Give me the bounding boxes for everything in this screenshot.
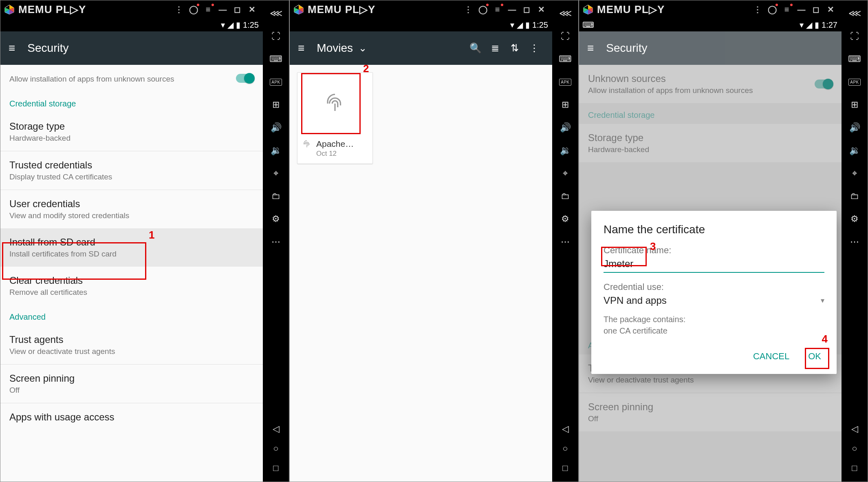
ok-button[interactable]: OK — [805, 347, 824, 366]
account-icon[interactable]: ◯ — [765, 2, 780, 17]
setting-apps-usage-access[interactable]: Apps with usage access — [0, 403, 263, 431]
add-window-icon[interactable]: ⊞ — [555, 95, 575, 115]
setting-unknown-sources[interactable]: Allow installation of apps from unknown … — [0, 65, 263, 92]
folder-icon[interactable]: 🗀 — [845, 186, 864, 206]
folder-icon[interactable]: 🗀 — [266, 186, 286, 206]
unknown-sources-toggle[interactable] — [236, 74, 254, 83]
volume-up-icon[interactable]: 🔊 — [266, 118, 286, 137]
fullscreen-icon[interactable]: ⛶ — [266, 27, 286, 46]
settings-list[interactable]: Allow installation of apps from unknown … — [0, 65, 263, 482]
credential-use-select[interactable]: VPN and apps ▾ — [604, 295, 824, 306]
add-window-icon[interactable]: ⊞ — [266, 95, 286, 115]
gear-icon[interactable]: ⚙ — [266, 209, 286, 229]
setting-storage-type[interactable]: Storage type Hardware-backed — [0, 113, 263, 151]
kebab-icon[interactable]: ⋮ — [461, 2, 476, 17]
recents-key-icon[interactable]: □ — [848, 462, 861, 474]
minimize-icon[interactable]: — — [505, 2, 520, 17]
recents-key-icon[interactable]: □ — [270, 462, 282, 474]
folder-icon[interactable]: 🗀 — [555, 186, 575, 206]
close-icon[interactable]: ✕ — [824, 2, 838, 17]
location-icon[interactable]: ⌖ — [266, 164, 286, 183]
home-key-icon[interactable]: ○ — [270, 442, 282, 455]
hamburger-icon[interactable]: ≡ — [9, 42, 15, 55]
menu-lines-icon[interactable]: ≡ — [780, 2, 794, 17]
collapse-sidebar-icon[interactable]: ⋘ — [845, 4, 864, 23]
add-window-icon[interactable]: ⊞ — [845, 95, 864, 115]
kebab-icon[interactable]: ⋮ — [750, 2, 765, 17]
certificate-name-input[interactable] — [604, 256, 824, 273]
back-key-icon[interactable]: ◁ — [848, 423, 861, 435]
maximize-icon[interactable]: ◻ — [520, 2, 534, 17]
maximize-icon[interactable]: ◻ — [809, 2, 824, 17]
panel-1-security: MEMU PL▷Y ⋮ ◯ ≡ — ◻ ✕ ▾ ◢ ▮ 1:25 ≡ Secur… — [0, 0, 289, 482]
status-time: 1:25 — [532, 20, 548, 30]
apk-install-icon[interactable]: APK — [266, 72, 286, 92]
more-icon[interactable]: ⋯ — [555, 232, 575, 252]
setting-trusted-credentials[interactable]: Trusted credentials Display trusted CA c… — [0, 151, 263, 190]
setting-install-from-sd[interactable]: Install from SD card Install certificate… — [0, 228, 263, 267]
kebab-icon[interactable]: ⋮ — [172, 2, 186, 17]
location-icon[interactable]: ⌖ — [555, 164, 575, 183]
apk-install-icon[interactable]: APK — [845, 72, 864, 92]
keyboard-icon[interactable]: ⌨ — [555, 49, 575, 69]
volume-up-icon[interactable]: 🔊 — [555, 118, 575, 137]
file-grid[interactable]: Apache… Oct 12 2 — [290, 65, 552, 482]
recents-key-icon[interactable]: □ — [559, 462, 571, 474]
close-icon[interactable]: ✕ — [534, 2, 549, 17]
more-icon[interactable]: ⋯ — [266, 232, 286, 252]
volume-down-icon[interactable]: 🔉 — [845, 141, 864, 160]
setting-trust-agents[interactable]: Trust agents View or deactivate trust ag… — [0, 326, 263, 364]
location-icon[interactable]: ⌖ — [845, 164, 864, 183]
collapse-sidebar-icon[interactable]: ⋘ — [555, 4, 575, 23]
hamburger-icon[interactable]: ≡ — [587, 42, 594, 55]
collapse-sidebar-icon[interactable]: ⋘ — [266, 4, 286, 23]
android-nav-keys: ◁ ○ □ — [270, 423, 282, 482]
battery-icon: ▮ — [815, 20, 819, 30]
hamburger-icon[interactable]: ≡ — [298, 42, 304, 55]
more-icon[interactable]: ⋯ — [845, 232, 864, 252]
dropdown-caret-icon[interactable]: ⌄ — [353, 42, 372, 54]
minimize-icon[interactable]: — — [794, 2, 809, 17]
back-key-icon[interactable]: ◁ — [270, 423, 282, 435]
memu-sidebar: ⋘ ⛶ ⌨ APK ⊞ 🔊 🔉 ⌖ 🗀 ⚙ ⋯ ◁ ○ □ — [552, 0, 578, 482]
setting-clear-credentials[interactable]: Clear credentials Remove all certificate… — [0, 267, 263, 305]
view-list-icon[interactable]: ≣ — [485, 42, 505, 54]
appbar-title[interactable]: Movies — [317, 42, 353, 55]
keyboard-icon[interactable]: ⌨ — [266, 49, 286, 69]
keyboard-icon[interactable]: ⌨ — [845, 49, 864, 69]
appbar-title: Security — [27, 42, 68, 55]
setting-subtitle: Allow installation of apps from unknown … — [9, 75, 236, 84]
fullscreen-icon[interactable]: ⛶ — [845, 27, 864, 46]
cancel-button[interactable]: CANCEL — [750, 347, 793, 366]
back-key-icon[interactable]: ◁ — [559, 423, 571, 435]
memu-logo-icon — [293, 4, 304, 15]
signal-icon: ◢ — [806, 20, 812, 30]
android-nav-keys: ◁ ○ □ — [559, 423, 571, 482]
kebab-icon[interactable]: ⋮ — [524, 42, 544, 54]
sort-icon[interactable]: ⇅ — [505, 42, 524, 54]
memu-brand: MEMU PL▷Y — [597, 3, 665, 16]
file-card-certificate[interactable]: Apache… Oct 12 — [297, 72, 373, 164]
gear-icon[interactable]: ⚙ — [845, 209, 864, 229]
menu-lines-icon[interactable]: ≡ — [201, 2, 216, 17]
account-icon[interactable]: ◯ — [186, 2, 201, 17]
volume-down-icon[interactable]: 🔉 — [555, 141, 575, 160]
apk-install-icon[interactable]: APK — [555, 72, 575, 92]
setting-screen-pinning[interactable]: Screen pinning Off — [0, 365, 263, 403]
chevron-down-icon: ▾ — [821, 296, 824, 305]
volume-up-icon[interactable]: 🔊 — [845, 118, 864, 137]
home-key-icon[interactable]: ○ — [559, 442, 571, 455]
package-contains-label: The package contains: — [604, 315, 685, 324]
fullscreen-icon[interactable]: ⛶ — [555, 27, 575, 46]
menu-lines-icon[interactable]: ≡ — [490, 2, 505, 17]
maximize-icon[interactable]: ◻ — [230, 2, 245, 17]
setting-user-credentials[interactable]: User credentials View and modify stored … — [0, 190, 263, 228]
gear-icon[interactable]: ⚙ — [555, 209, 575, 229]
close-icon[interactable]: ✕ — [245, 2, 260, 17]
volume-down-icon[interactable]: 🔉 — [266, 141, 286, 160]
home-key-icon[interactable]: ○ — [848, 442, 861, 455]
annotation-number-3: 3 — [650, 240, 656, 253]
search-icon[interactable]: 🔍 — [466, 42, 485, 54]
account-icon[interactable]: ◯ — [476, 2, 490, 17]
minimize-icon[interactable]: — — [216, 2, 230, 17]
